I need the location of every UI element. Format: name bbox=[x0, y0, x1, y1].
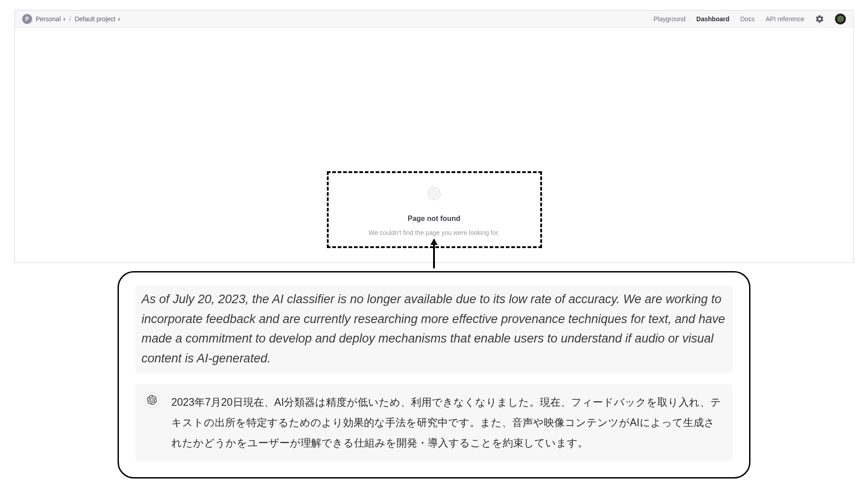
breadcrumb-separator: / bbox=[69, 15, 71, 23]
topbar-nav: Playground Dashboard Docs API reference bbox=[654, 14, 846, 24]
org-name: Personal bbox=[36, 15, 61, 23]
nav-dashboard[interactable]: Dashboard bbox=[696, 15, 729, 23]
annotation-arrow bbox=[433, 239, 435, 268]
nav-docs[interactable]: Docs bbox=[740, 15, 755, 23]
openai-logo-icon bbox=[427, 187, 441, 202]
topbar: P Personal ▴▾ / Default project ▴▾ Playg… bbox=[15, 10, 853, 28]
settings-icon[interactable] bbox=[815, 14, 824, 23]
project-selector[interactable]: Default project ▴▾ bbox=[75, 15, 120, 23]
callout-english-text: As of July 20, 2023, the AI classifier i… bbox=[135, 285, 733, 373]
callout-card: As of July 20, 2023, the AI classifier i… bbox=[118, 271, 750, 479]
org-avatar: P bbox=[22, 14, 32, 24]
nav-api-reference[interactable]: API reference bbox=[765, 15, 804, 23]
openai-logo-icon bbox=[144, 392, 160, 408]
dashboard-panel: P Personal ▴▾ / Default project ▴▾ Playg… bbox=[14, 10, 854, 263]
org-selector[interactable]: Personal ▴▾ bbox=[36, 15, 66, 23]
breadcrumb: P Personal ▴▾ / Default project ▴▾ bbox=[22, 14, 120, 24]
panel-body: Page not found We couldn't find the page… bbox=[15, 28, 853, 263]
not-found-block: Page not found We couldn't find the page… bbox=[368, 187, 500, 236]
user-avatar[interactable] bbox=[835, 14, 846, 24]
not-found-subtitle: We couldn't find the page you were looki… bbox=[368, 229, 500, 236]
nav-playground[interactable]: Playground bbox=[654, 15, 686, 23]
chevron-updown-icon: ▴▾ bbox=[63, 17, 66, 21]
not-found-title: Page not found bbox=[408, 215, 460, 223]
chevron-updown-icon: ▴▾ bbox=[118, 17, 120, 21]
callout-translation-row: 2023年7月20日現在、AI分類器は精度が低いため、利用できなくなりました。現… bbox=[135, 384, 733, 461]
project-name: Default project bbox=[75, 15, 115, 23]
callout-japanese-text: 2023年7月20日現在、AI分類器は精度が低いため、利用できなくなりました。現… bbox=[171, 392, 724, 453]
